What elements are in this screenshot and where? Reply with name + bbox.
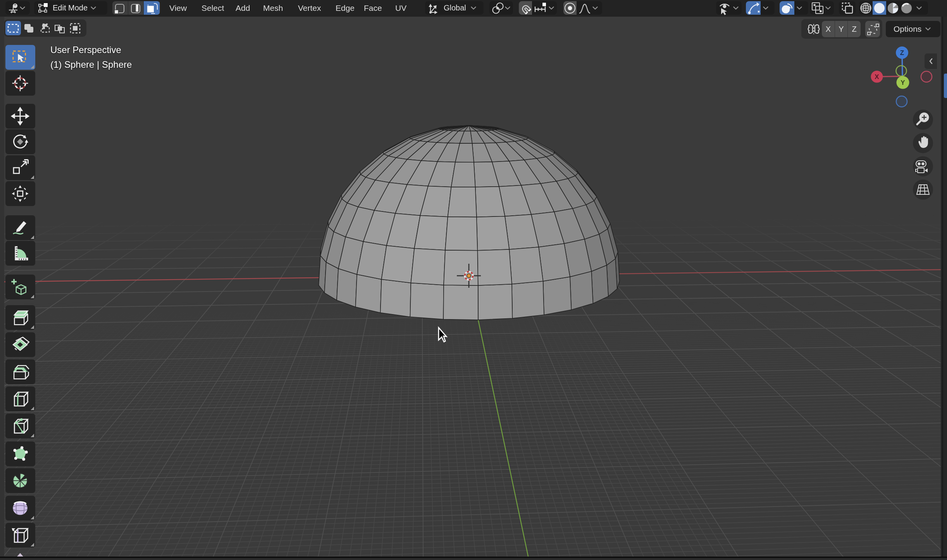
svg-text:Z: Z (900, 49, 904, 57)
svg-text:Y: Y (901, 79, 905, 86)
svg-text:X: X (875, 73, 879, 81)
